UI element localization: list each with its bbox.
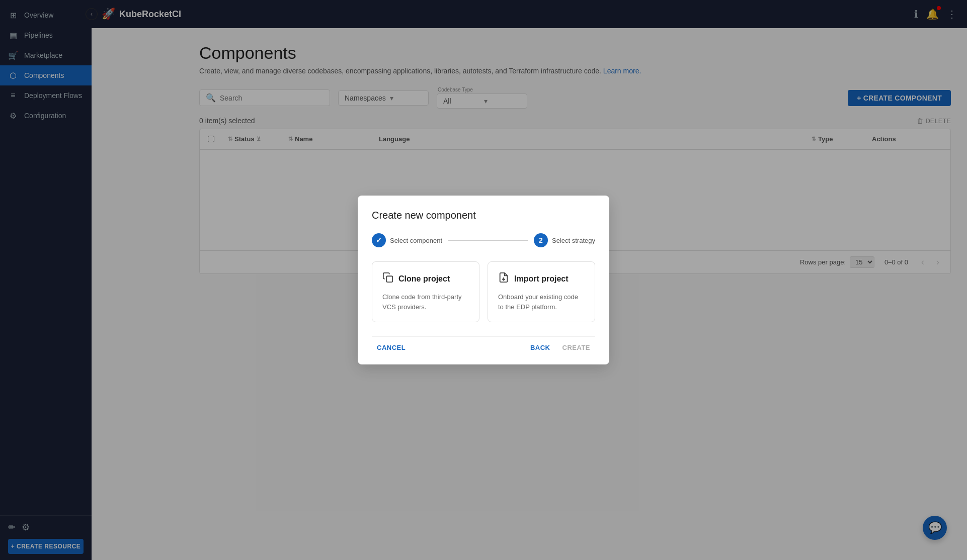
import-project-card[interactable]: Import project Onboard your existing cod… xyxy=(488,261,595,322)
import-project-title: Import project xyxy=(514,274,569,284)
modal-footer-left: CANCEL xyxy=(372,341,411,354)
modal-overlay: Create new component ✓ Select component … xyxy=(0,0,967,560)
svg-rect-0 xyxy=(386,276,392,282)
import-icon xyxy=(498,272,509,286)
step-2-number: 2 xyxy=(539,236,543,244)
cancel-button[interactable]: CANCEL xyxy=(372,341,411,354)
modal-footer-right: BACK CREATE xyxy=(525,341,595,354)
back-button[interactable]: BACK xyxy=(525,341,555,354)
option-cards: Clone project Clone code from third-part… xyxy=(372,261,595,322)
card-header: Import project xyxy=(498,272,585,286)
create-component-modal: Create new component ✓ Select component … xyxy=(358,196,609,364)
step-2-label: Select strategy xyxy=(552,237,595,244)
modal-footer: CANCEL BACK CREATE xyxy=(372,336,595,354)
create-button[interactable]: CREATE xyxy=(557,341,595,354)
clone-project-description: Clone code from third-party VCS provider… xyxy=(382,292,469,312)
checkmark-icon: ✓ xyxy=(376,236,382,244)
step-1: ✓ Select component xyxy=(372,233,442,247)
stepper: ✓ Select component 2 Select strategy xyxy=(372,233,595,247)
step-divider xyxy=(448,240,528,241)
clone-icon xyxy=(382,272,393,286)
modal-title: Create new component xyxy=(372,210,595,221)
import-project-description: Onboard your existing code to the EDP pl… xyxy=(498,292,585,312)
step-1-label: Select component xyxy=(390,237,442,244)
step-2-circle: 2 xyxy=(534,233,548,247)
clone-project-card[interactable]: Clone project Clone code from third-part… xyxy=(372,261,479,322)
step-1-circle: ✓ xyxy=(372,233,386,247)
step-2: 2 Select strategy xyxy=(534,233,595,247)
card-header: Clone project xyxy=(382,272,469,286)
clone-project-title: Clone project xyxy=(398,274,450,284)
